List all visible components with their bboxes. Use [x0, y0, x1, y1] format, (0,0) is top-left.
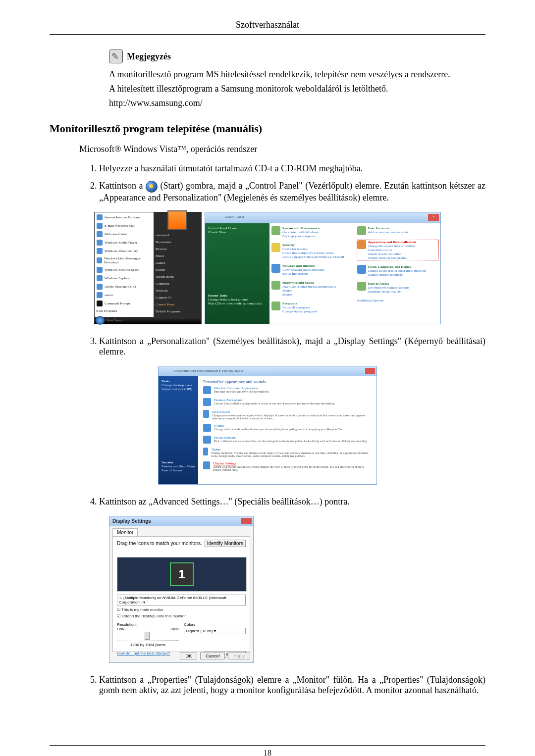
wmp-icon [97, 240, 103, 246]
sm-item-gallery[interactable]: Windows Photo Gallery [97, 248, 152, 254]
pw-breadcrumb[interactable]: Appearance and Personalization ▸ Persona… [173, 369, 243, 373]
sm-r-games[interactable]: Games [156, 261, 199, 265]
cp-programs[interactable]: ProgramsUninstall a programChange startu… [271, 302, 353, 313]
sm-item-messenger[interactable]: Windows Live Messenger Download [97, 256, 152, 264]
pw-item-screensaver[interactable]: Screen SaverChange your screen saver or … [203, 410, 372, 420]
cp-side-home[interactable]: Control Panel Home [208, 226, 272, 230]
pw-item-theme[interactable]: ThemeChange the theme. Themes can change… [203, 448, 372, 457]
close-icon[interactable]: × [428, 214, 439, 221]
cp-side-recent-head: Recent Tasks [208, 294, 272, 298]
sm-r-connect[interactable]: Connect To [156, 296, 199, 300]
pw-item-sounds[interactable]: SoundsChange which sounds are heard when… [203, 424, 372, 432]
cp-network[interactable]: Network and InternetView network status … [271, 264, 353, 276]
cp-ease[interactable]: Ease of AccessLet Windows suggest settin… [357, 282, 439, 294]
sm-r-computer[interactable]: Computer [156, 282, 199, 286]
pw-seealso-taskbar[interactable]: Taskbar and Start Menu [161, 464, 201, 468]
resolution-slider[interactable] [117, 633, 179, 641]
ps-icon [97, 284, 103, 290]
res-high: High [170, 627, 178, 631]
sm-item-explorer[interactable]: Windows Explorer [97, 275, 152, 281]
sm-r-search[interactable]: Search [156, 268, 199, 272]
page-number: 18 [50, 745, 485, 756]
sm-item-ps[interactable]: Adobe Photoshop CS3 [97, 284, 152, 290]
monitor-arrangement[interactable]: 1 [117, 557, 247, 592]
apply-button[interactable]: Apply [228, 653, 250, 659]
sounds-icon [203, 424, 211, 432]
cp-hardware[interactable]: Hardware and SoundPlay CDs or other medi… [271, 281, 353, 297]
sm-item-stestrc[interactable]: stestrc [97, 292, 152, 298]
sm-r-network[interactable]: Network [156, 289, 199, 293]
subhead: Microsoft® Windows Vista™, operációs ren… [79, 144, 485, 154]
meeting-icon [97, 267, 103, 273]
identify-monitors-button[interactable]: Identify Monitors [205, 540, 246, 547]
sm-r-pictures[interactable]: Pictures [156, 247, 199, 251]
ie-icon [97, 214, 103, 220]
figure-personalization: Appearance and Personalization ▸ Persona… [50, 366, 485, 485]
main-monitor-checkbox[interactable]: ☑ This is my main monitor [117, 607, 246, 612]
tab-monitor[interactable]: Monitor [112, 528, 138, 536]
pw-item-display[interactable]: Display SettingsAdjust your monitor reso… [203, 461, 372, 471]
best-display-link[interactable]: How do I get the best display? [117, 651, 170, 657]
sm-item-meeting[interactable]: Windows Meeting Space [97, 267, 152, 273]
sm-item-cmd[interactable]: Command Prompt [97, 301, 152, 306]
close-icon[interactable] [241, 518, 252, 524]
sm-r-documents[interactable]: Documents [156, 240, 199, 244]
step-5: Kattintson a „Properties" (Tulajdonságok… [99, 675, 485, 696]
cp-breadcrumb[interactable]: Control Panel [225, 215, 244, 219]
step-2: Kattintson a (Start) gombra, majd a „Con… [99, 181, 485, 203]
start-orb-icon [146, 181, 158, 193]
mouse-icon [203, 436, 211, 444]
close-icon[interactable] [365, 368, 375, 374]
cp-additional[interactable]: Additional Options [357, 299, 439, 302]
gallery-icon [97, 248, 103, 254]
cp-clock[interactable]: Clock, Language, and RegionChange keyboa… [357, 265, 439, 277]
note-line-3: http://www.samsung.com/ [109, 98, 485, 108]
cp-side-rt2[interactable]: Play CDs or other media automatically [208, 302, 272, 305]
cp-side-classic[interactable]: Classic View [208, 230, 272, 234]
step-4: Kattintson az „Advanced Settings…" (Spec… [99, 497, 485, 507]
sm-r-music[interactable]: Music [156, 254, 199, 258]
display-select[interactable]: 1. (Multiple Monitors) on NVIDIA GeForce… [117, 595, 246, 605]
ok-button[interactable]: OK [180, 653, 197, 659]
monitor-1-icon[interactable]: 1 [170, 562, 194, 586]
cancel-button[interactable]: Cancel [200, 653, 225, 659]
cp-system[interactable]: System and MaintenanceGet started with W… [271, 226, 353, 238]
pw-item-mouse[interactable]: Mouse PointersPick a different mouse poi… [203, 436, 372, 444]
page-header: Szoftverhasználat [50, 20, 485, 35]
figure-display-settings: Display Settings Monitor Drag the icons … [109, 516, 485, 663]
personalization-window: Appearance and Personalization ▸ Persona… [158, 366, 377, 485]
pw-item-windowcolor[interactable]: Window Color and AppearanceFine tune the… [203, 386, 372, 394]
pw-task-fontsize[interactable]: Adjust font size (DPI) [161, 387, 201, 391]
cp-side-rt1[interactable]: Change desktop background [208, 298, 272, 302]
explorer-icon [97, 275, 103, 281]
programs-icon [271, 302, 280, 310]
note-icon [109, 50, 123, 63]
start-orb-taskbar-icon[interactable] [96, 316, 105, 325]
cp-appearance[interactable]: Appearance and PersonalizationChange the… [357, 240, 439, 260]
slider-thumb-icon[interactable] [145, 632, 150, 640]
sm-item-welcome[interactable]: Welcome Center [97, 231, 152, 237]
cmd-icon [97, 301, 103, 306]
sm-r-user: rnmotest1 [156, 233, 199, 237]
sm-r-defaults[interactable]: Default Programs [156, 309, 199, 313]
extend-desktop-checkbox[interactable]: ☑ Extend the desktop onto this monitor [117, 614, 246, 618]
cp-security[interactable]: SecurityCheck for updatesCheck this comp… [271, 243, 353, 259]
sm-r-controlpanel[interactable]: Control Panel [156, 302, 199, 306]
search-box[interactable]: Start Search [107, 318, 123, 322]
resolution-label: Resolution: [117, 622, 179, 627]
cp-useraccounts[interactable]: User AccountsAdd or remove user accounts [357, 226, 439, 235]
pw-task-desktopicons[interactable]: Change desktop icons [161, 383, 201, 387]
user-avatar[interactable] [167, 210, 187, 230]
sm-item-wmp[interactable]: Windows Media Player [97, 240, 152, 246]
colors-select[interactable]: Highest (32 bit) ▾ [184, 628, 246, 634]
sm-item-allprograms[interactable]: ▸ All Programs [97, 309, 152, 313]
pw-item-background[interactable]: Desktop BackgroundChoose from available … [203, 398, 372, 406]
note-line-2: A hitelesített illesztőprogram a Samsung… [109, 84, 485, 94]
sm-item-internet[interactable]: Internet Internet Explorer [97, 214, 152, 220]
theme-icon [203, 448, 208, 455]
sm-item-email[interactable]: E-mail Windows Mail [97, 223, 152, 229]
sm-r-recent[interactable]: Recent Items [156, 275, 199, 279]
pw-seealso-ease[interactable]: Ease of Access [161, 468, 201, 472]
system-icon [271, 226, 280, 235]
pw-seealso-head: See also [161, 460, 201, 464]
